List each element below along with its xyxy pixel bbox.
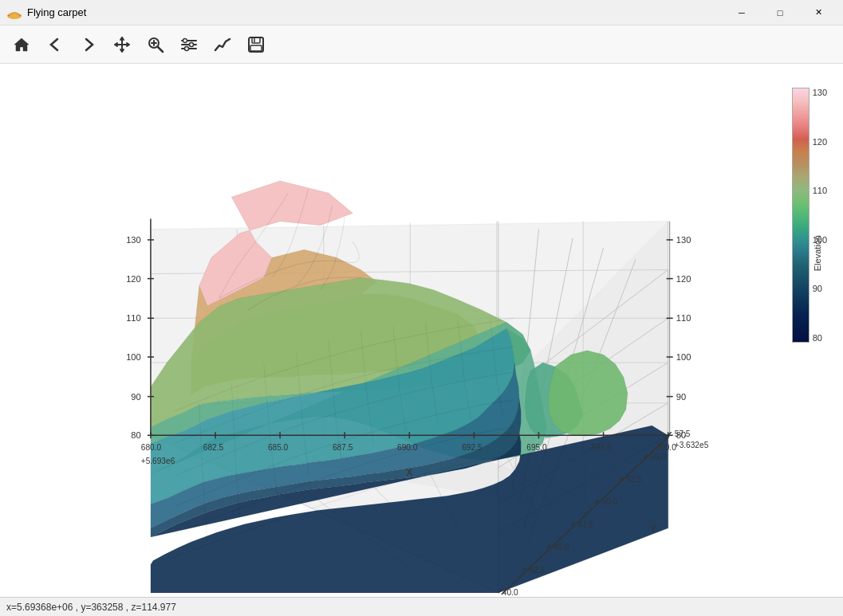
svg-text:682.5: 682.5 [203,443,224,452]
svg-text:700.0: 700.0 [656,443,676,452]
svg-text:685.0: 685.0 [268,443,289,452]
svg-text:Y: Y [650,524,656,535]
svg-text:100: 100 [676,352,691,362]
zoom-button[interactable] [140,29,171,60]
svg-text:120: 120 [676,274,691,284]
svg-text:690.0: 690.0 [397,443,418,452]
svg-point-9 [190,42,194,46]
status-text: x=5.69368e+06 , y=363258 , z=114.977 [6,602,176,613]
main-content: 80 90 100 110 120 130 80 90 100 110 120 … [0,64,843,597]
svg-text:+3.632e5: +3.632e5 [675,441,709,449]
colorbar-tick-90: 90 [813,284,827,293]
toolbar [0,26,843,64]
forward-icon [80,36,97,53]
colorbar-tick-80: 80 [813,333,827,343]
chart-icon [214,36,231,53]
svg-text:45.0: 45.0 [553,543,569,551]
svg-text:50.0: 50.0 [602,497,618,506]
zoom-icon [147,36,164,53]
svg-rect-13 [250,45,262,51]
svg-text:47.5: 47.5 [577,520,593,529]
svg-point-8 [183,38,187,42]
svg-text:687.5: 687.5 [333,443,353,452]
svg-text:697.5: 697.5 [591,443,612,452]
save-icon [247,36,265,53]
colorbar-tick-120: 120 [813,137,827,147]
chart-toggle-button[interactable] [207,29,238,60]
colorbar-title: Elevation [813,235,822,271]
save-button[interactable] [241,29,271,60]
svg-text:+5.693e6: +5.693e6 [141,457,175,465]
pan-button[interactable] [107,29,137,60]
svg-text:X: X [406,467,412,478]
maximize-button[interactable]: □ [762,0,798,26]
title-left: Flying carpet [6,5,86,21]
pan-icon [113,36,131,53]
svg-text:55.0: 55.0 [650,453,666,461]
forward-button[interactable] [73,29,104,60]
back-icon [46,36,64,53]
title-bar: Flying carpet ─ □ ✕ [0,0,843,26]
svg-text:110: 110 [126,313,141,323]
colorbar [792,88,810,343]
colorbar-labels: 130 120 110 100 90 80 [813,88,827,343]
settings-button[interactable] [174,29,204,60]
title-text: Flying carpet [27,6,86,18]
svg-text:40.0: 40.0 [502,588,518,597]
svg-text:130: 130 [676,235,691,245]
svg-text:110: 110 [676,313,691,323]
chart-area[interactable]: 80 90 100 110 120 130 80 90 100 110 120 … [0,64,843,597]
back-button[interactable] [40,29,70,60]
svg-text:57.5: 57.5 [675,430,691,438]
3d-chart: 80 90 100 110 120 130 80 90 100 110 120 … [0,64,843,597]
colorbar-tick-130: 130 [813,88,827,97]
svg-point-0 [7,13,22,19]
svg-text:695.0: 695.0 [526,443,547,452]
colorbar-tick-110: 110 [813,186,827,195]
svg-text:692.5: 692.5 [462,443,483,452]
svg-text:90: 90 [131,392,140,402]
window-controls: ─ □ ✕ [723,0,837,26]
svg-text:80: 80 [131,430,140,440]
minimize-button[interactable]: ─ [723,0,760,26]
svg-text:130: 130 [126,235,141,245]
svg-text:42.5: 42.5 [529,566,545,575]
status-bar: x=5.69368e+06 , y=363258 , z=114.977 [0,597,843,616]
colorbar-container: Elevation 130 120 110 100 90 80 [792,88,827,343]
svg-text:100: 100 [126,352,141,362]
close-button[interactable]: ✕ [800,0,837,26]
svg-text:90: 90 [676,392,686,402]
svg-text:680.0: 680.0 [141,443,162,452]
svg-point-10 [185,46,189,50]
settings-icon [180,36,198,53]
home-icon [13,36,30,53]
app-icon [6,5,22,21]
home-button[interactable] [6,29,37,60]
svg-text:120: 120 [126,274,141,284]
svg-text:52.5: 52.5 [626,475,642,484]
svg-rect-12 [252,37,260,43]
svg-line-2 [158,46,163,52]
